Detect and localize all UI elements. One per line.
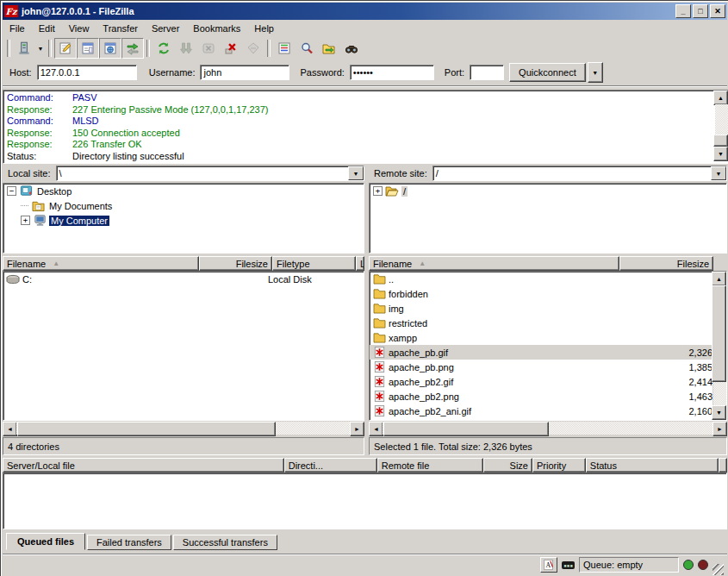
scroll-thumb[interactable] (17, 422, 276, 436)
menu-view[interactable]: View (62, 21, 96, 36)
tree-item-desktop[interactable]: − Desktop (3, 184, 364, 198)
port-label: Port: (445, 67, 464, 78)
toggle-log-view-icon[interactable] (54, 38, 77, 59)
maximize-button[interactable]: □ (693, 4, 708, 18)
file-row[interactable]: apache_pb2_ani.gif2,160 (370, 404, 712, 418)
file-row[interactable]: img (370, 301, 712, 316)
toggle-queue-view-icon[interactable] (121, 38, 144, 59)
resize-grip[interactable] (712, 564, 724, 575)
column-empty (719, 458, 727, 473)
tab-failed-transfers[interactable]: Failed transfers (87, 535, 171, 550)
column-filesize[interactable]: Filesize (619, 256, 713, 271)
quickconnect-button[interactable]: Quickconnect (509, 63, 586, 82)
tree-item-my-documents[interactable]: My Documents (17, 198, 364, 213)
remote-site-combo[interactable]: / ▼ (432, 166, 727, 181)
file-row[interactable]: forbidden (370, 286, 712, 301)
quickconnect-dropdown-icon[interactable]: ▼ (588, 62, 603, 83)
expand-icon[interactable]: + (373, 186, 383, 196)
combo-dropdown-icon[interactable]: ▼ (711, 166, 726, 180)
file-row[interactable]: apache_pb.png1,385 (370, 360, 712, 374)
speed-limit-indicator-icon[interactable]: ▪▪▪ (562, 561, 575, 569)
combo-dropdown-icon[interactable]: ▼ (348, 166, 364, 180)
toolbar-separator (7, 40, 10, 57)
process-queue-icon[interactable] (175, 38, 197, 59)
minimize-button[interactable]: _ (675, 4, 691, 18)
column-status[interactable]: Status (586, 458, 719, 473)
titlebar[interactable]: Fz john@127.0.0.1 - FileZilla _ □ ✕ (3, 3, 727, 20)
reconnect-icon[interactable] (242, 38, 264, 59)
ascii-transfer-type-icon[interactable]: A (540, 557, 557, 573)
find-files-icon[interactable] (340, 38, 363, 59)
expand-icon[interactable]: + (21, 216, 30, 225)
scroll-up-icon[interactable]: ▲ (713, 91, 728, 105)
column-remote-file[interactable]: Remote file (377, 458, 483, 473)
menu-file[interactable]: File (3, 21, 32, 36)
synchronized-browsing-icon[interactable] (318, 38, 340, 59)
refresh-icon[interactable] (152, 38, 175, 59)
username-input[interactable] (200, 65, 289, 80)
menu-transfer[interactable]: Transfer (96, 21, 145, 36)
remote-vscrollbar[interactable]: ▲ ▼ (712, 272, 726, 420)
file-row[interactable]: restricted (370, 316, 712, 330)
file-row[interactable]: apache_pb2.png1,463 (370, 389, 712, 404)
column-priority[interactable]: Priority (532, 458, 586, 473)
desktop-icon (19, 185, 33, 197)
remote-hscrollbar[interactable]: ◄ ► (369, 422, 727, 435)
collapse-icon[interactable]: − (7, 186, 16, 196)
tree-item-root[interactable]: + / (370, 184, 726, 198)
column-filetype[interactable]: Filetype (272, 256, 356, 271)
column-filename[interactable]: Filename▲ (3, 256, 199, 271)
menu-server[interactable]: Server (145, 21, 186, 36)
site-manager-dropdown-icon[interactable]: ▼ (35, 39, 46, 58)
local-tree: − Desktop My Documents + My Computer (3, 183, 364, 254)
column-filesize[interactable]: Filesize (199, 256, 272, 271)
local-hscrollbar[interactable]: ◄ ► (3, 422, 364, 435)
scroll-down-icon[interactable]: ▼ (713, 147, 728, 161)
port-input[interactable] (470, 65, 504, 80)
file-row[interactable]: xampp (370, 330, 712, 345)
file-row-selected[interactable]: apache_pb.gif2,326 (370, 345, 712, 360)
column-filename[interactable]: Filename▲ (369, 256, 619, 271)
toggle-local-tree-icon[interactable] (77, 38, 99, 59)
column-size[interactable]: Size (483, 458, 532, 473)
tab-queued-files[interactable]: Queued files (6, 533, 85, 550)
scroll-thumb[interactable] (383, 422, 549, 436)
scroll-down-icon[interactable]: ▼ (712, 405, 726, 420)
password-input[interactable] (350, 65, 434, 80)
tree-item-my-computer[interactable]: + My Computer (17, 213, 364, 228)
column-direction[interactable]: Directi... (284, 458, 377, 473)
scroll-up-icon[interactable]: ▲ (712, 272, 726, 286)
menu-edit[interactable]: Edit (32, 21, 62, 36)
directory-comparison-icon[interactable] (296, 38, 318, 59)
scroll-right-icon[interactable]: ► (712, 422, 727, 436)
file-row[interactable]: .. (370, 272, 712, 286)
column-server-local-file[interactable]: Server/Local file (3, 458, 284, 473)
host-input[interactable] (37, 65, 137, 80)
scroll-thumb[interactable] (712, 285, 726, 382)
file-row[interactable]: C: Local Disk (3, 272, 364, 286)
column-last-modified[interactable]: L (356, 256, 364, 271)
activity-led-green-icon (683, 560, 694, 570)
app-icon: Fz (4, 5, 18, 17)
log-scrollbar[interactable]: ▲ ▼ (714, 91, 728, 161)
scroll-left-icon[interactable]: ◄ (369, 422, 383, 436)
menu-bookmarks[interactable]: Bookmarks (186, 21, 247, 36)
folder-icon (372, 317, 386, 329)
local-site-combo[interactable]: \ ▼ (56, 166, 364, 181)
close-button[interactable]: ✕ (710, 4, 725, 18)
filezilla-window: Fz john@127.0.0.1 - FileZilla _ □ ✕ File… (0, 0, 728, 576)
disconnect-icon[interactable] (220, 38, 242, 59)
tab-successful-transfers[interactable]: Successful transfers (173, 535, 277, 550)
cancel-operation-icon[interactable] (197, 38, 220, 59)
toggle-remote-tree-icon[interactable] (99, 38, 121, 59)
menu-help[interactable]: Help (247, 21, 281, 36)
scroll-thumb[interactable] (713, 135, 728, 147)
statusbar: A ▪▪▪ Queue: empty (3, 554, 727, 575)
scroll-left-icon[interactable]: ◄ (3, 422, 17, 436)
file-row[interactable]: apache_pb2.gif2,414 (370, 374, 712, 389)
toolbar-separator (48, 40, 52, 57)
queue-tabs: Queued files Failed transfers Successful… (3, 531, 727, 550)
scroll-right-icon[interactable]: ► (350, 422, 364, 436)
filter-icon[interactable] (273, 38, 296, 59)
site-manager-icon[interactable] (13, 38, 35, 59)
